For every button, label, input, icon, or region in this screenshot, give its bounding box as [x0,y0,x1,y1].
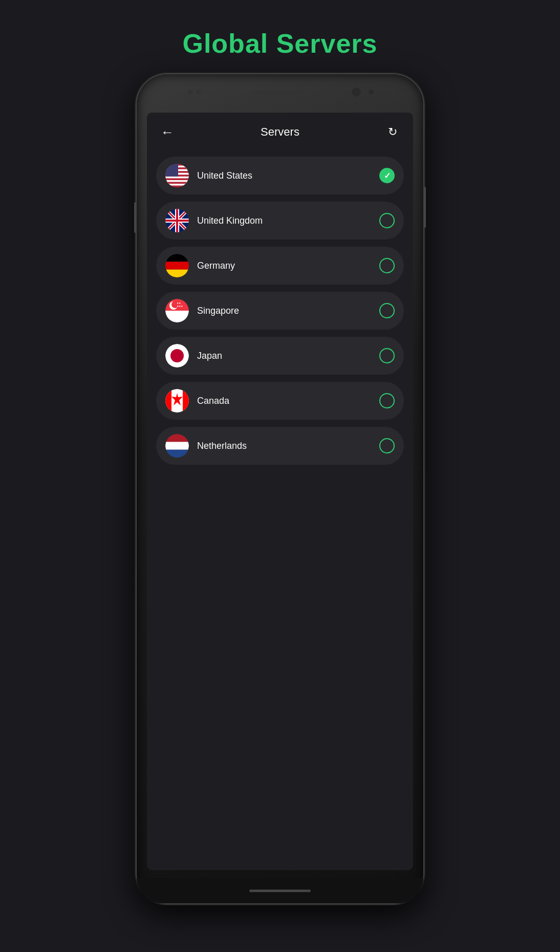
app-screen: ← Servers ↻ [147,113,413,870]
svg-rect-2 [165,166,189,168]
server-item-us[interactable]: ★★★★★★ ★★★★★ ★★★★★★ ★★★★★ United States … [156,157,404,194]
front-camera [351,86,362,98]
server-item-de[interactable]: Germany [156,247,404,285]
dot2 [196,90,201,95]
server-name-sg: Singapore [197,306,379,316]
svg-text:★★★★★★: ★★★★★★ [166,170,179,174]
phone-bottom [137,878,423,903]
svg-point-36 [170,349,184,362]
home-indicator [249,890,311,892]
flag-nl [165,434,189,458]
status-dots [188,90,201,95]
svg-rect-45 [165,450,189,458]
svg-text:★★★★★: ★★★★★ [166,173,177,176]
svg-rect-39 [165,389,171,413]
server-item-nl[interactable]: Netherlands [156,427,404,465]
svg-rect-43 [165,434,189,442]
svg-text:★★★★★: ★★★★★ [166,168,177,171]
flag-de [165,254,189,277]
svg-text:★★★: ★★★ [177,305,183,308]
radio-jp [379,348,395,363]
radio-sg [379,303,395,318]
server-name-ca: Canada [197,396,379,406]
server-list: ★★★★★★ ★★★★★ ★★★★★★ ★★★★★ United States … [147,152,413,470]
flag-uk [165,209,189,232]
phone-frame: ← Servers ↻ [137,74,423,903]
flag-sg: ★★ ★★★ [165,299,189,322]
svg-rect-40 [183,389,189,413]
radio-ca [379,393,395,408]
svg-rect-4 [165,173,189,175]
refresh-icon: ↻ [388,125,397,139]
radio-us: ✓ [379,168,395,183]
server-item-uk[interactable]: United Kingdom [156,202,404,240]
phone-top-bar [137,79,423,113]
radio-uk [379,213,395,228]
svg-rect-44 [165,442,189,449]
back-button[interactable]: ← [157,122,178,142]
svg-rect-24 [165,254,189,262]
page-title: Global Servers [182,28,377,59]
server-name-nl: Netherlands [197,441,379,451]
svg-rect-29 [165,311,189,322]
phone-speaker [254,91,306,95]
radio-de [379,258,395,273]
svg-text:★★★★★★: ★★★★★★ [166,165,179,168]
app-header: ← Servers ↻ [147,113,413,152]
volume-button [134,202,136,233]
svg-rect-5 [165,177,189,179]
flag-us: ★★★★★★ ★★★★★ ★★★★★★ ★★★★★ [165,164,189,187]
server-item-sg[interactable]: ★★ ★★★ Singapore [156,292,404,330]
server-name-de: Germany [197,261,379,271]
dot1 [188,90,193,95]
svg-rect-6 [165,180,189,182]
check-icon: ✓ [384,171,391,181]
back-arrow-icon: ← [161,124,174,140]
radio-nl [379,438,395,453]
header-title: Servers [261,125,299,139]
server-item-ca[interactable]: Canada [156,382,404,420]
svg-rect-26 [165,270,189,277]
refresh-button[interactable]: ↻ [382,122,403,142]
sensor [368,89,375,96]
flag-ca [165,389,189,413]
flag-jp [165,344,189,367]
svg-rect-25 [165,262,189,269]
svg-rect-8 [165,164,178,177]
server-name-jp: Japan [197,351,379,361]
server-item-jp[interactable]: Japan [156,337,404,375]
svg-rect-22 [165,220,189,222]
server-name-uk: United Kingdom [197,215,379,226]
svg-rect-3 [165,169,189,171]
server-name-us: United States [197,170,379,181]
svg-rect-7 [165,184,189,186]
power-button [424,187,426,228]
